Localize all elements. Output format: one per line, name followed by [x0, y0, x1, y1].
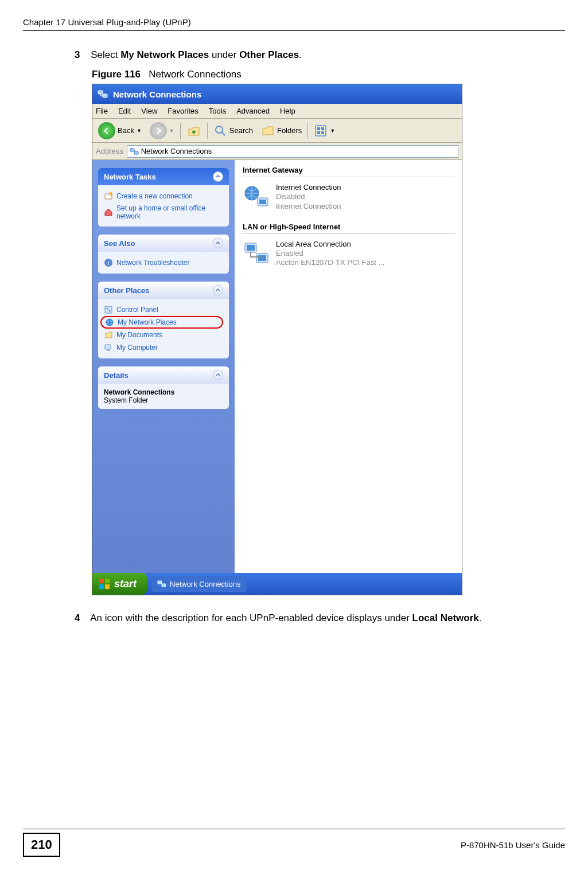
svg-text:i: i: [107, 259, 109, 266]
link-control-panel-label: Control Panel: [116, 306, 158, 314]
search-icon: [213, 124, 227, 138]
connection-lan[interactable]: Local Area Connection Enabled Accton EN1…: [242, 237, 455, 277]
step-3: 3 Select My Network Places under Other P…: [75, 49, 565, 61]
lan-connection-icon: [243, 240, 270, 267]
collapse-icon[interactable]: [213, 171, 223, 182]
content-area: Network Tasks Create a new connection Se: [92, 160, 462, 573]
step-3-bold2: Other Places: [239, 49, 299, 60]
connections-list-pane: Internet Gateway Internet Connection Dis…: [235, 160, 462, 573]
step-4-bold: Local Network: [412, 612, 479, 623]
connection-internet-status: Disabled: [276, 192, 341, 201]
svg-rect-7: [317, 127, 320, 130]
link-my-network-places-label: My Network Places: [118, 318, 177, 326]
svg-rect-8: [321, 127, 324, 130]
link-my-computer-label: My Computer: [116, 344, 158, 352]
left-tasks-pane: Network Tasks Create a new connection Se: [92, 160, 235, 573]
page-footer: 210 P-870HN-51b User's Guide: [23, 829, 565, 857]
views-dropdown-icon[interactable]: ▼: [330, 128, 335, 134]
link-my-computer[interactable]: My Computer: [104, 341, 223, 354]
panel-title-other-places: Other Places: [104, 286, 150, 295]
panel-body-other-places: Control Panel My Network Places My Docum…: [98, 299, 229, 358]
panel-title-details: Details: [104, 371, 128, 380]
taskbar-item-network-connections[interactable]: Network Connections: [151, 576, 247, 592]
menu-view[interactable]: View: [141, 107, 157, 115]
panel-body-details: Network Connections System Folder: [98, 384, 229, 409]
svg-rect-9: [317, 131, 320, 134]
back-icon: [98, 122, 115, 139]
details-line1: Network Connections: [104, 388, 223, 396]
forward-button[interactable]: ▼: [147, 121, 177, 141]
figure-label: Figure 116: [92, 69, 141, 80]
connection-lan-status: Enabled: [276, 249, 384, 258]
address-value: Network Connections: [141, 147, 212, 155]
search-button[interactable]: Search: [211, 123, 255, 139]
panel-other-places: Other Places Control Panel My Network Pl: [98, 282, 229, 358]
search-label: Search: [229, 126, 253, 135]
task-setup-home-network[interactable]: Set up a home or small office network: [104, 202, 223, 222]
step-4: 4 An icon with the description for each …: [75, 611, 542, 625]
svg-rect-34: [158, 581, 162, 584]
page-number: 210: [23, 833, 60, 857]
connection-internet[interactable]: Internet Connection Disabled Internet Co…: [242, 181, 455, 220]
forward-dropdown-icon[interactable]: ▼: [169, 128, 174, 134]
link-my-network-places[interactable]: My Network Places: [100, 316, 223, 329]
svg-rect-17: [105, 306, 112, 313]
my-network-places-icon: [105, 318, 114, 327]
figure-caption-text: Network Connections: [149, 69, 242, 80]
up-button[interactable]: [184, 122, 204, 139]
windows-logo-icon: [98, 578, 111, 590]
task-create-connection-label: Create a new connection: [116, 192, 193, 200]
svg-point-19: [109, 310, 111, 312]
link-network-troubleshooter[interactable]: i Network Troubleshooter: [104, 256, 223, 269]
panel-header-network-tasks[interactable]: Network Tasks: [98, 168, 229, 185]
up-folder-icon: [186, 123, 201, 138]
control-panel-icon: [104, 305, 113, 314]
svg-rect-32: [99, 584, 104, 589]
menu-advanced[interactable]: Advanced: [236, 107, 270, 115]
link-control-panel[interactable]: Control Panel: [104, 303, 223, 316]
chapter-header: Chapter 17 Universal Plug-and-Play (UPnP…: [23, 17, 565, 31]
svg-rect-30: [99, 579, 104, 583]
taskbar: start Network Connections: [92, 573, 462, 595]
panel-header-see-also[interactable]: See Also: [98, 235, 229, 252]
menu-edit[interactable]: Edit: [118, 107, 131, 115]
svg-rect-21: [105, 345, 111, 349]
menu-help[interactable]: Help: [280, 107, 295, 115]
start-button[interactable]: start: [92, 573, 147, 595]
window-titlebar[interactable]: Network Connections: [92, 84, 462, 104]
connection-internet-via: Internet Connection: [276, 202, 341, 211]
collapse-icon[interactable]: [213, 285, 223, 295]
menu-favorites[interactable]: Favorites: [168, 107, 198, 115]
task-create-connection[interactable]: Create a new connection: [104, 190, 223, 202]
window-title: Network Connections: [113, 89, 201, 99]
back-dropdown-icon[interactable]: ▼: [137, 128, 142, 134]
step-3-bold1: My Network Places: [120, 49, 209, 60]
home-network-icon: [104, 208, 113, 217]
connection-lan-text: Local Area Connection Enabled Accton EN1…: [276, 240, 384, 268]
svg-rect-0: [98, 91, 103, 94]
svg-line-5: [221, 132, 225, 135]
collapse-icon[interactable]: [213, 370, 223, 380]
svg-rect-10: [321, 131, 324, 134]
figure-caption: Figure 116 Network Connections: [92, 69, 565, 80]
info-icon: i: [104, 258, 113, 267]
back-label: Back: [118, 126, 134, 135]
panel-header-details[interactable]: Details: [98, 366, 229, 384]
address-field[interactable]: Network Connections: [127, 145, 458, 158]
panel-header-other-places[interactable]: Other Places: [98, 282, 229, 299]
link-my-documents[interactable]: My Documents: [104, 329, 223, 341]
svg-rect-31: [105, 579, 110, 583]
views-button[interactable]: ▼: [311, 123, 337, 139]
svg-rect-6: [316, 126, 326, 136]
svg-rect-35: [162, 584, 166, 587]
step-3-text-post: .: [299, 49, 302, 60]
new-connection-icon: [104, 192, 113, 201]
folders-button[interactable]: Folders: [259, 123, 304, 139]
collapse-icon[interactable]: [213, 238, 223, 248]
connection-internet-name: Internet Connection: [276, 183, 341, 192]
panel-details: Details Network Connections System Folde…: [98, 366, 229, 409]
menu-tools[interactable]: Tools: [209, 107, 226, 115]
menu-file[interactable]: File: [96, 107, 108, 115]
back-button[interactable]: Back ▼: [96, 121, 144, 141]
toolbar: Back ▼ ▼ Search: [92, 119, 462, 143]
